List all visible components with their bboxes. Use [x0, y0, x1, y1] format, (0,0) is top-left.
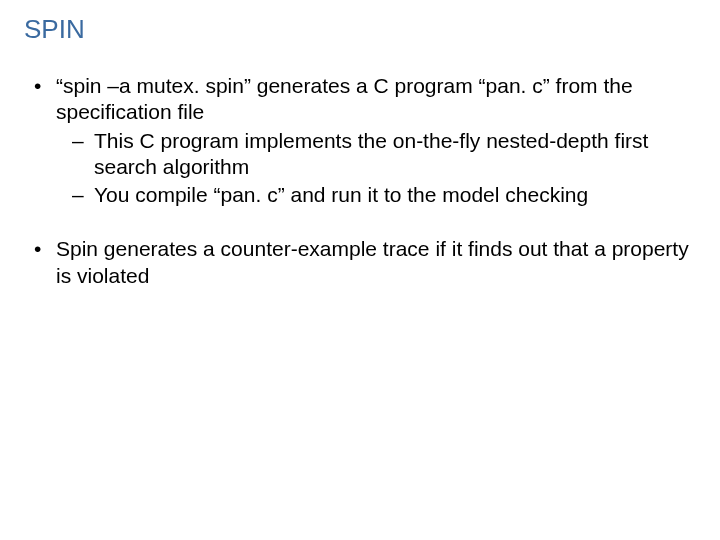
bullet-item: Spin generates a counter-example trace i…	[30, 236, 696, 289]
sub-bullet-list: This C program implements the on-the-fly…	[56, 128, 696, 209]
bullet-list: “spin –a mutex. spin” generates a C prog…	[24, 73, 696, 289]
sub-bullet-item: This C program implements the on-the-fly…	[70, 128, 696, 181]
slide-content: “spin –a mutex. spin” generates a C prog…	[24, 73, 696, 289]
slide-title: SPIN	[24, 14, 696, 45]
sub-bullet-item: You compile “pan. c” and run it to the m…	[70, 182, 696, 208]
bullet-item: “spin –a mutex. spin” generates a C prog…	[30, 73, 696, 208]
bullet-text: “spin –a mutex. spin” generates a C prog…	[56, 74, 633, 123]
sub-bullet-text: You compile “pan. c” and run it to the m…	[94, 183, 588, 206]
bullet-text: Spin generates a counter-example trace i…	[56, 237, 689, 286]
slide: SPIN “spin –a mutex. spin” generates a C…	[0, 0, 720, 540]
sub-bullet-text: This C program implements the on-the-fly…	[94, 129, 648, 178]
